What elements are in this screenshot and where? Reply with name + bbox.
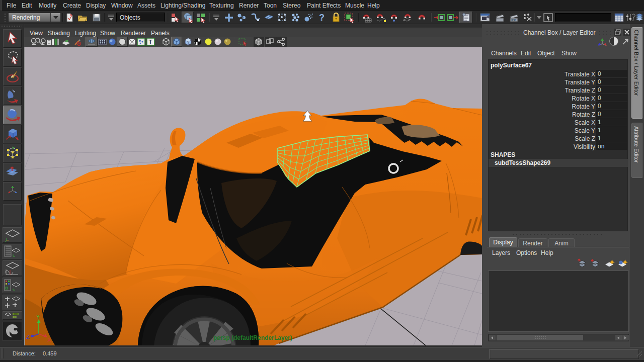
svg-text:Y: Y <box>36 314 40 320</box>
svg-text:X: X <box>47 337 51 343</box>
svg-text:T: T <box>149 39 152 45</box>
svg-text:?: ? <box>319 13 325 23</box>
svg-text:Z: Z <box>26 334 30 340</box>
svg-text:persp (defaultRenderLayer): persp (defaultRenderLayer) <box>213 334 292 341</box>
svg-text:IPR: IPR <box>511 19 516 22</box>
